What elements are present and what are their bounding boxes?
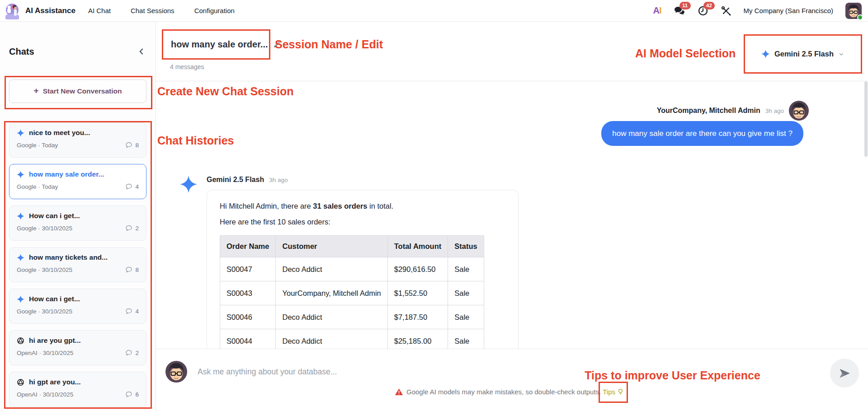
warning-icon bbox=[395, 388, 403, 396]
chat-session-item[interactable]: nice to meet you... Google · Today 8 bbox=[9, 122, 146, 158]
activities-clock-icon[interactable]: 42 bbox=[698, 5, 708, 16]
chat-session-count: 6 bbox=[125, 391, 139, 398]
chat-session-count: 8 bbox=[125, 141, 139, 149]
paper-plane-icon bbox=[839, 367, 851, 379]
comment-bubble-icon bbox=[125, 266, 132, 273]
user-message-author: YourCompany, Mitchell Admin bbox=[657, 107, 760, 115]
ai-response-line2: Here are the first 10 sales orders: bbox=[220, 218, 505, 226]
table-cell: Sale bbox=[448, 329, 484, 349]
comment-bubble-icon bbox=[125, 141, 132, 149]
menu-ai-chat[interactable]: AI Chat bbox=[88, 7, 111, 14]
ai-assistance-app: AI Assistance AI Chat Chat Sessions Conf… bbox=[0, 0, 868, 411]
table-cell: Sale bbox=[448, 305, 484, 329]
chat-session-meta: OpenAI · 30/10/2025 bbox=[17, 350, 73, 356]
chat-session-meta: Google · Today bbox=[17, 183, 58, 190]
table-cell: S00046 bbox=[220, 305, 276, 329]
chat-session-item[interactable]: hi are you gpt... OpenAI · 30/10/2025 2 bbox=[9, 330, 146, 365]
table-cell: Sale bbox=[448, 281, 484, 305]
edit-session-name-icon[interactable] bbox=[273, 41, 281, 48]
chat-session-meta: Google · 30/10/2025 bbox=[17, 308, 72, 315]
ai-model-selector[interactable]: Gemini 2.5 Flash bbox=[744, 34, 862, 74]
table-header-cell: Customer bbox=[276, 236, 387, 257]
table-header-cell: Order Name bbox=[220, 236, 276, 257]
sidebar-title: Chats bbox=[9, 47, 34, 57]
chat-session-title: hi gpt are you... bbox=[29, 378, 81, 386]
chat-session-count: 4 bbox=[125, 183, 139, 190]
chat-session-item[interactable]: how many tickets and... Google · 30/10/2… bbox=[9, 247, 146, 282]
main-menu: AI Chat Chat Sessions Configuration bbox=[88, 7, 235, 14]
user-message-avatar bbox=[789, 101, 809, 121]
menu-chat-sessions[interactable]: Chat Sessions bbox=[131, 7, 175, 14]
gemini-sparkle-icon bbox=[17, 129, 24, 137]
chat-session-count: 8 bbox=[125, 266, 139, 273]
top-navbar: AI Assistance AI Chat Chat Sessions Conf… bbox=[0, 0, 868, 22]
sales-order-total: 31 sales orders bbox=[313, 202, 367, 210]
session-message-count: 4 messages bbox=[170, 63, 204, 70]
openai-icon bbox=[17, 337, 24, 345]
table-header-row: Order NameCustomerTotal AmountStatus bbox=[220, 236, 484, 257]
messages-scroll-area[interactable]: Create New Chat Session Chat Histories Y… bbox=[156, 81, 868, 349]
table-cell: S00044 bbox=[220, 329, 276, 349]
table-cell: Deco Addict bbox=[276, 257, 387, 281]
comment-bubble-icon bbox=[125, 391, 132, 398]
tools-icon[interactable] bbox=[721, 5, 731, 16]
comment-bubble-icon bbox=[125, 224, 132, 232]
chat-session-count: 2 bbox=[125, 224, 139, 232]
vertical-scrollbar[interactable] bbox=[864, 81, 868, 157]
composer-avatar bbox=[165, 361, 187, 383]
disclaimer-text: Google AI models may make mistakes, so d… bbox=[406, 388, 601, 396]
plus-icon: + bbox=[34, 86, 39, 96]
send-button[interactable] bbox=[830, 359, 859, 388]
chevron-down-icon bbox=[838, 51, 844, 57]
table-cell: Deco Addict bbox=[276, 305, 387, 329]
messages-icon[interactable]: 11 bbox=[674, 5, 685, 16]
table-cell: $1,552.50 bbox=[387, 281, 448, 305]
table-cell: S00043 bbox=[220, 281, 276, 305]
chat-session-item[interactable]: How can i get... Google · 30/10/2025 4 bbox=[9, 289, 146, 324]
session-name-annotation-box: how many sale order... bbox=[162, 29, 270, 60]
table-header-cell: Status bbox=[448, 236, 484, 257]
app-brand[interactable]: AI Assistance bbox=[4, 2, 75, 19]
chat-session-title: nice to meet you... bbox=[29, 129, 90, 137]
sales-orders-table: Order NameCustomerTotal AmountStatus S00… bbox=[220, 235, 484, 349]
chat-session-item[interactable]: hi gpt are you... OpenAI · 30/10/2025 6 bbox=[9, 372, 146, 407]
ai-message-time: 3h ago bbox=[269, 177, 288, 183]
chat-session-item[interactable]: How can i get... Google · 30/10/2025 2 bbox=[9, 206, 146, 241]
gemini-sparkle-icon bbox=[17, 254, 24, 262]
online-status-dot bbox=[857, 14, 863, 20]
message-input[interactable] bbox=[198, 364, 785, 380]
gemini-sparkle-icon bbox=[17, 295, 24, 303]
activities-badge: 42 bbox=[703, 2, 715, 9]
chat-session-item[interactable]: how many sale order... Google · Today 4 bbox=[9, 164, 146, 199]
chat-session-title: how many sale order... bbox=[29, 170, 104, 178]
start-new-conversation-button[interactable]: + Start New Conversation bbox=[9, 79, 146, 103]
company-switcher[interactable]: My Company (San Francisco) bbox=[744, 7, 833, 14]
user-message-bubble: how many sale order are there can you gi… bbox=[601, 121, 803, 146]
table-cell: $25,185.00 bbox=[387, 329, 448, 349]
table-row: S00046Deco Addict$7,187.50Sale bbox=[220, 305, 484, 329]
chat-session-count: 4 bbox=[125, 308, 139, 315]
ai-disclaimer: Google AI models may make mistakes, so d… bbox=[395, 388, 623, 396]
session-name[interactable]: how many sale order... bbox=[171, 39, 268, 50]
app-title: AI Assistance bbox=[25, 6, 75, 15]
table-row: S00044Deco Addict$25,185.00Sale bbox=[220, 329, 484, 349]
session-header: how many sale order... 4 messages Sessio… bbox=[156, 22, 868, 81]
ai-brand-icon[interactable]: AI bbox=[653, 5, 661, 16]
chat-main-panel: how many sale order... 4 messages Sessio… bbox=[156, 22, 868, 411]
tips-link[interactable]: Tips Tips to improve User Experience bbox=[603, 388, 623, 396]
menu-configuration[interactable]: Configuration bbox=[194, 7, 235, 14]
ai-response-card: Hi Mitchell Admin, there are 31 sales or… bbox=[207, 190, 519, 349]
comment-bubble-icon bbox=[125, 183, 132, 190]
table-row: S00047Deco Addict$290,616.50Sale bbox=[220, 257, 484, 281]
annotation-session-name: Session Name / Edit bbox=[275, 38, 383, 51]
user-message: YourCompany, Mitchell Admin 3h ago how m… bbox=[601, 101, 809, 146]
annotation-chat-histories: Chat Histories bbox=[157, 134, 234, 147]
user-avatar[interactable] bbox=[845, 3, 862, 19]
table-cell: Deco Addict bbox=[276, 329, 387, 349]
gemini-sparkle-icon bbox=[180, 174, 197, 195]
user-message-time: 3h ago bbox=[765, 107, 784, 114]
chat-session-title: How can i get... bbox=[29, 295, 80, 303]
table-row: S00043YourCompany, Mitchell Admin$1,552.… bbox=[220, 281, 484, 305]
collapse-sidebar-icon[interactable] bbox=[137, 47, 146, 56]
app-logo-icon bbox=[4, 2, 21, 19]
